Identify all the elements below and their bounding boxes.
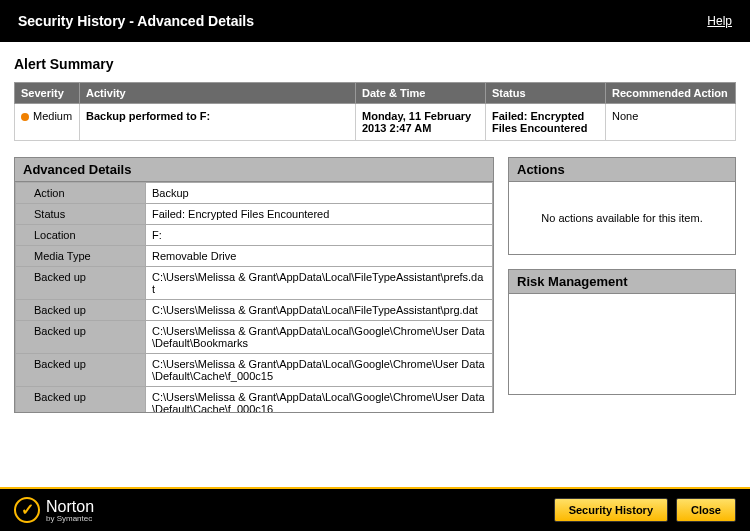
- details-row: Backed upC:\Users\Melissa & Grant\AppDat…: [16, 387, 493, 413]
- details-value: Failed: Encrypted Files Encountered: [146, 204, 493, 225]
- details-value: F:: [146, 225, 493, 246]
- advanced-details-panel: Advanced Details ActionBackupStatusFaile…: [14, 157, 494, 413]
- alert-summary-title: Alert Summary: [14, 56, 736, 72]
- actions-panel: Actions No actions available for this it…: [508, 157, 736, 255]
- details-value: C:\Users\Melissa & Grant\AppData\Local\G…: [146, 321, 493, 354]
- cell-recommended: None: [606, 104, 736, 141]
- col-severity: Severity: [15, 83, 80, 104]
- details-label: Backed up: [16, 321, 146, 354]
- details-row: Backed upC:\Users\Melissa & Grant\AppDat…: [16, 300, 493, 321]
- col-datetime: Date & Time: [356, 83, 486, 104]
- details-value: Removable Drive: [146, 246, 493, 267]
- severity-label: Medium: [33, 110, 72, 122]
- col-status: Status: [486, 83, 606, 104]
- details-label: Backed up: [16, 267, 146, 300]
- details-value: C:\Users\Melissa & Grant\AppData\Local\F…: [146, 300, 493, 321]
- details-row: StatusFailed: Encrypted Files Encountere…: [16, 204, 493, 225]
- content-area: Alert Summary Severity Activity Date & T…: [0, 42, 750, 427]
- details-label: Action: [16, 183, 146, 204]
- details-value: C:\Users\Melissa & Grant\AppData\Local\F…: [146, 267, 493, 300]
- col-recommended: Recommended Action: [606, 83, 736, 104]
- security-history-button[interactable]: Security History: [554, 498, 668, 522]
- details-row: Backed upC:\Users\Melissa & Grant\AppDat…: [16, 354, 493, 387]
- details-label: Backed up: [16, 300, 146, 321]
- cell-severity: Medium: [15, 104, 80, 141]
- actions-header: Actions: [509, 158, 735, 182]
- details-value: C:\Users\Melissa & Grant\AppData\Local\G…: [146, 354, 493, 387]
- details-row: LocationF:: [16, 225, 493, 246]
- brand-name: Norton: [46, 498, 94, 515]
- details-label: Status: [16, 204, 146, 225]
- advanced-details-header: Advanced Details: [15, 158, 493, 182]
- norton-check-icon: [14, 497, 40, 523]
- close-button[interactable]: Close: [676, 498, 736, 522]
- details-label: Backed up: [16, 387, 146, 413]
- details-row: Backed upC:\Users\Melissa & Grant\AppDat…: [16, 321, 493, 354]
- details-value: C:\Users\Melissa & Grant\AppData\Local\G…: [146, 387, 493, 413]
- advanced-details-scroll[interactable]: ActionBackupStatusFailed: Encrypted File…: [15, 182, 493, 412]
- details-row: ActionBackup: [16, 183, 493, 204]
- details-row: Media TypeRemovable Drive: [16, 246, 493, 267]
- cell-activity: Backup performed to F:: [80, 104, 356, 141]
- footer-bar: Norton by Symantec Security History Clos…: [0, 487, 750, 531]
- risk-body: [509, 294, 735, 394]
- details-row: Backed upC:\Users\Melissa & Grant\AppDat…: [16, 267, 493, 300]
- col-activity: Activity: [80, 83, 356, 104]
- actions-message: No actions available for this item.: [509, 182, 735, 254]
- risk-management-panel: Risk Management: [508, 269, 736, 395]
- summary-row: Medium Backup performed to F: Monday, 11…: [15, 104, 736, 141]
- risk-header: Risk Management: [509, 270, 735, 294]
- title-bar: Security History - Advanced Details Help: [0, 0, 750, 42]
- details-label: Backed up: [16, 354, 146, 387]
- details-value: Backup: [146, 183, 493, 204]
- brand-byline: by Symantec: [46, 514, 94, 523]
- norton-logo: Norton by Symantec: [14, 497, 94, 523]
- alert-summary-table: Severity Activity Date & Time Status Rec…: [14, 82, 736, 141]
- severity-dot-icon: [21, 113, 29, 121]
- details-label: Location: [16, 225, 146, 246]
- advanced-details-table: ActionBackupStatusFailed: Encrypted File…: [15, 182, 493, 412]
- cell-datetime: Monday, 11 February 2013 2:47 AM: [356, 104, 486, 141]
- window-title: Security History - Advanced Details: [18, 13, 254, 29]
- help-link[interactable]: Help: [707, 14, 732, 28]
- details-label: Media Type: [16, 246, 146, 267]
- norton-brand-text: Norton by Symantec: [46, 498, 94, 523]
- cell-status: Failed: Encrypted Files Encountered: [486, 104, 606, 141]
